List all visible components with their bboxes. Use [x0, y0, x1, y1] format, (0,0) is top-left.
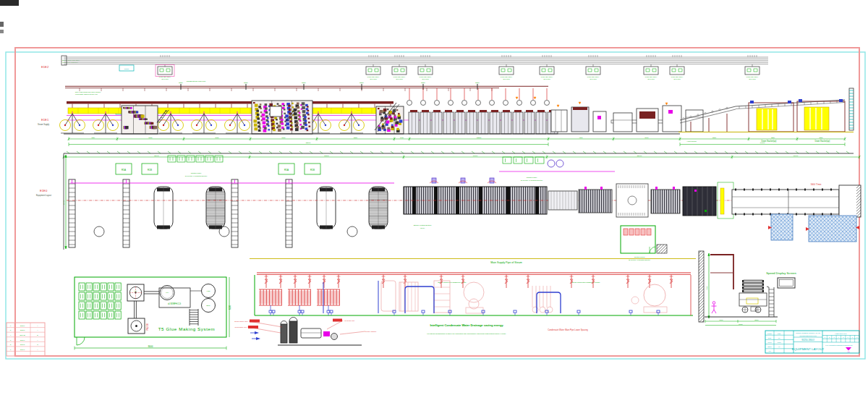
svg-text:4: 4: [10, 334, 12, 336]
svg-text:50Hz 3Ph: 50Hz 3Ph: [647, 78, 655, 80]
svg-text:3350: 3350: [819, 137, 823, 138]
glue-dim-bottom: 8000: [148, 345, 153, 348]
svg-text:Draw: Draw: [768, 337, 772, 339]
glue-making-room: T5 Glue Making System A5R YFH ±0 WXRFH 2…: [134, 290, 231, 348]
svg-text:Power Box 380V: Power Box 380V: [587, 76, 600, 77]
svg-text:Power Box 380V: Power Box 380V: [159, 76, 171, 77]
svg-text:A: A: [37, 339, 38, 341]
svg-text:Power Box 380V: Power Box 380V: [393, 76, 406, 77]
svg-text:4870: 4870: [579, 137, 583, 138]
svg-text:2008.6: 2008.6: [20, 325, 25, 326]
svg-text:50Hz 3Ph: 50Hz 3Ph: [749, 78, 756, 80]
df-caption-2: (18 m): [420, 227, 425, 229]
svg-text:50Hz 3Ph: 50Hz 3Ph: [370, 78, 377, 80]
svg-text:3: 3: [10, 339, 12, 341]
svg-text:Power Box 380V: Power Box 380V: [671, 76, 684, 77]
glue-tank3-label: BCN: [207, 305, 210, 306]
svg-text:R5A: R5A: [284, 169, 289, 171]
tb-company-2: Corrugated Equipment Works: [799, 335, 817, 336]
svg-text:R1B: R1B: [148, 169, 152, 171]
svg-text:Power Box 380V: Power Box 380V: [746, 76, 759, 77]
glue-tank-label: YFH: [166, 292, 169, 293]
svg-text:A: A: [37, 349, 38, 350]
view-label-steam: E1E1: [41, 118, 49, 122]
steam-title: Main Supply Pipe of Steam: [490, 261, 522, 264]
svg-text:B: B: [37, 334, 38, 336]
svg-text:DN50: DN50: [244, 82, 248, 83]
svg-text:DN50: DN50: [359, 82, 364, 83]
speed-title: Speed Display Screen: [766, 271, 796, 275]
glue-platform-label: ±0 WXRFH 2.2t: [168, 302, 181, 305]
pump-label-auto: Auto Drain Unit: [344, 320, 354, 321]
svg-text:1: 1: [10, 349, 12, 350]
glue-title: T5 Glue Making System: [158, 326, 216, 331]
print-mark: [0, 0, 19, 6]
svg-text:DN80: DN80: [124, 68, 129, 70]
svg-text:DN50: DN50: [179, 82, 183, 83]
svg-text:3350: 3350: [771, 137, 775, 138]
view-label-power: E1E2: [41, 65, 49, 69]
svg-text:2007.5: 2007.5: [20, 344, 25, 345]
glue-mixer-label: A5R: [134, 290, 137, 292]
speed-dim-2: 3500: [754, 319, 759, 321]
steam-red-note: Condensate Water Main Pipe Lower Spacing: [548, 328, 588, 331]
svg-text:14500: 14500: [760, 142, 765, 143]
svg-text:DN50: DN50: [302, 82, 306, 83]
svg-text:5000: 5000: [644, 137, 649, 138]
pump-label-steam-out: Steam Outlet Valve: [234, 321, 248, 322]
svg-text:5080: 5080: [215, 137, 219, 138]
svg-text:5580: 5580: [712, 137, 717, 138]
svg-text:4: 4: [838, 336, 839, 338]
svg-text:25600: 25600: [637, 155, 642, 156]
svg-text:2007.12: 2007.12: [20, 334, 25, 336]
svg-text:50Hz 3Ph: 50Hz 3Ph: [590, 78, 597, 80]
view-label-equip: E1E0: [40, 189, 48, 192]
svg-text:Lin: Lin: [778, 337, 780, 339]
svg-text:2: 2: [829, 336, 830, 338]
svg-text:3: 3: [833, 336, 834, 338]
svg-text:21300: 21300: [324, 155, 329, 156]
svg-text:R1B: R1B: [310, 169, 315, 171]
svg-text:He: He: [778, 346, 780, 347]
svg-text:Wang: Wang: [778, 342, 781, 343]
svg-text:Power Box 380V: Power Box 380V: [645, 76, 658, 77]
steam-sub-text: Full Steam Consumption of whole line pro…: [427, 333, 506, 334]
svg-text:50Hz 3Ph: 50Hz 3Ph: [422, 78, 429, 80]
svg-text:7: 7: [852, 336, 853, 338]
steam-main-text: Intelligent Condensate Water Drainage sa…: [430, 323, 503, 327]
drawing-linework: Power Box 380V50Hz 3PhPower Box 380V50Hz…: [60, 55, 863, 350]
tb-drawing-title: EQUIPMENT LAYOUT: [792, 347, 825, 351]
svg-text:5: 5: [843, 336, 843, 338]
glue-tank2-label: HCN: [207, 290, 210, 292]
svg-text:5: 5: [10, 329, 12, 331]
speed-dim-1: 1500: [719, 319, 723, 321]
svg-text:50Hz 3Ph: 50Hz 3Ph: [673, 78, 681, 80]
svg-text:A: A: [37, 329, 38, 331]
svg-text:1: 1: [825, 336, 825, 338]
svg-text:25000: 25000: [154, 155, 159, 156]
view-label-steam-name: Steam Supply: [38, 123, 50, 126]
svg-text:A: A: [37, 325, 38, 326]
pump-label-cabinet: Control Cabinet: [365, 331, 377, 332]
svg-text:DN50: DN50: [421, 82, 425, 83]
svg-text:Check: Check: [767, 342, 771, 343]
svg-text:5580: 5580: [354, 137, 358, 138]
svg-text:C: C: [37, 344, 38, 345]
svg-text:8: 8: [856, 336, 857, 338]
cluster-caption-2: (by Section As Condition Electric): [185, 175, 208, 177]
svg-text:21500: 21500: [63, 200, 65, 205]
svg-text:50Hz 3Ph: 50Hz 3Ph: [543, 78, 550, 80]
cluster2-caption-2: (by Section As Condition Electric): [521, 179, 543, 181]
svg-text:17600: 17600: [793, 155, 799, 156]
print-mark: [0, 22, 4, 27]
svg-text:4350: 4350: [91, 137, 95, 138]
svg-text:Power Box 380V: Power Box 380V: [501, 76, 513, 77]
svg-text:Fang: Fang: [778, 333, 780, 334]
svg-text:1120: 1120: [400, 137, 404, 138]
incline-label: 4 belt panels: [686, 140, 697, 143]
tb-date-no: A1256-2006-2-10: [834, 333, 847, 334]
title-block: JiangSu FangBang Machinery Co.,Ltd Corru…: [765, 331, 859, 353]
svg-text:50Hz 3Ph: 50Hz 3Ph: [503, 78, 510, 80]
steam-conn-b: Steam Connection DN25(Max 10bar): [571, 281, 600, 284]
svg-text:DN50: DN50: [475, 82, 480, 83]
